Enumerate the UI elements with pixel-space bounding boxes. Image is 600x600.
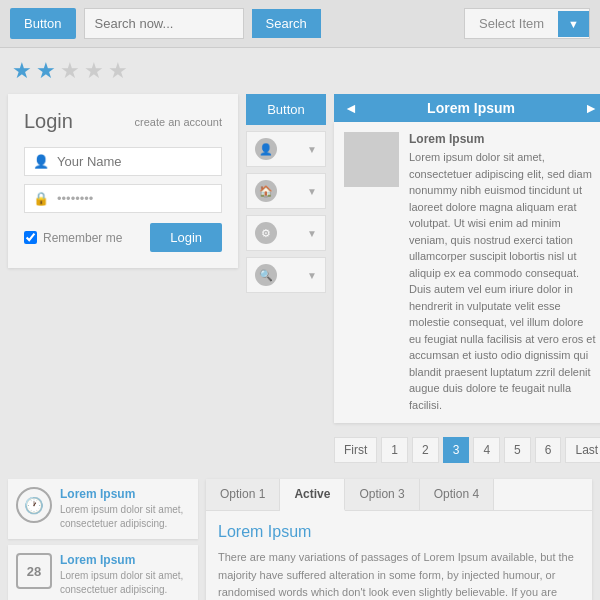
left-panel: Login create an account 👤 🔒 Remember me … xyxy=(8,94,238,465)
lock-icon: 🔒 xyxy=(33,191,49,206)
carousel: ◄ Lorem Ipsum ► Lorem Ipsum Lorem ipsum … xyxy=(334,94,600,423)
star-2[interactable]: ★ xyxy=(36,58,56,84)
list-item-title-1: Lorem Ipsum xyxy=(60,487,190,501)
password-field[interactable]: 🔒 xyxy=(24,184,222,213)
list-item: 28 Lorem Ipsum Lorem ipsum dolor sit ame… xyxy=(8,545,198,600)
login-title: Login xyxy=(24,110,73,133)
select-item-dropdown[interactable]: Select Item ▼ xyxy=(464,8,590,39)
search-row-arrow-icon: ▼ xyxy=(307,270,317,281)
clock-icon: 🕐 xyxy=(16,487,52,523)
carousel-header: ◄ Lorem Ipsum ► xyxy=(334,94,600,122)
tab-content-body: There are many variations of passages of… xyxy=(218,549,580,600)
page-btn-3[interactable]: 3 xyxy=(443,437,470,463)
login-box: Login create an account 👤 🔒 Remember me … xyxy=(8,94,238,268)
bottom-section: 🕐 Lorem Ipsum Lorem ipsum dolor sit amet… xyxy=(0,479,600,600)
page-btn-6[interactable]: 6 xyxy=(535,437,562,463)
login-header: Login create an account xyxy=(24,110,222,133)
icon-row-home[interactable]: 🏠 ▼ xyxy=(246,173,326,209)
home-row-arrow-icon: ▼ xyxy=(307,186,317,197)
main-content: Login create an account 👤 🔒 Remember me … xyxy=(0,94,600,473)
right-panel: ◄ Lorem Ipsum ► Lorem Ipsum Lorem ipsum … xyxy=(334,94,600,465)
username-input[interactable] xyxy=(57,154,213,169)
login-button[interactable]: Login xyxy=(150,223,222,252)
middle-panel: Button 👤 ▼ 🏠 ▼ ⚙ ▼ 🔍 ▼ xyxy=(246,94,326,465)
carousel-thumbnail xyxy=(344,132,399,187)
list-item: 🕐 Lorem Ipsum Lorem ipsum dolor sit amet… xyxy=(8,479,198,539)
top-button[interactable]: Button xyxy=(10,8,76,39)
carousel-content: Lorem Ipsum Lorem ipsum dolor sit amet, … xyxy=(409,132,598,413)
settings-circle-icon: ⚙ xyxy=(255,222,277,244)
bottom-left-list: 🕐 Lorem Ipsum Lorem ipsum dolor sit amet… xyxy=(8,479,198,600)
carousel-content-title: Lorem Ipsum xyxy=(409,132,598,146)
icon-row-user[interactable]: 👤 ▼ xyxy=(246,131,326,167)
tab-paragraph-1: There are many variations of passages of… xyxy=(218,549,580,600)
pagination-first[interactable]: First xyxy=(334,437,377,463)
tab-option1[interactable]: Option 1 xyxy=(206,479,280,510)
star-1[interactable]: ★ xyxy=(12,58,32,84)
star-4[interactable]: ★ xyxy=(84,58,104,84)
user-icon: 👤 xyxy=(33,154,49,169)
carousel-body: Lorem Ipsum Lorem ipsum dolor sit amet, … xyxy=(334,122,600,423)
user-row-arrow-icon: ▼ xyxy=(307,144,317,155)
tab-content: Lorem Ipsum There are many variations of… xyxy=(206,511,592,600)
password-input[interactable] xyxy=(57,191,213,206)
settings-row-arrow-icon: ▼ xyxy=(307,228,317,239)
tab-active[interactable]: Active xyxy=(280,479,345,511)
icon-row-settings[interactable]: ⚙ ▼ xyxy=(246,215,326,251)
home-circle-icon: 🏠 xyxy=(255,180,277,202)
star-3[interactable]: ★ xyxy=(60,58,80,84)
list-item-title-2: Lorem Ipsum xyxy=(60,553,190,567)
page-btn-2[interactable]: 2 xyxy=(412,437,439,463)
carousel-title: Lorem Ipsum xyxy=(427,100,515,116)
remember-row: Remember me Login xyxy=(24,223,222,252)
pagination: First 1 2 3 4 5 6 Last xyxy=(334,429,600,465)
username-field[interactable]: 👤 xyxy=(24,147,222,176)
page-btn-4[interactable]: 4 xyxy=(473,437,500,463)
remember-label-text: Remember me xyxy=(43,231,122,245)
star-5[interactable]: ★ xyxy=(108,58,128,84)
icon-row-search[interactable]: 🔍 ▼ xyxy=(246,257,326,293)
stars-row: ★ ★ ★ ★ ★ xyxy=(0,48,600,94)
create-account-link[interactable]: create an account xyxy=(135,116,222,128)
tab-option3[interactable]: Option 3 xyxy=(345,479,419,510)
tab-content-title: Lorem Ipsum xyxy=(218,523,580,541)
search-button[interactable]: Search xyxy=(252,9,321,38)
calendar-icon: 28 xyxy=(16,553,52,589)
search-input[interactable] xyxy=(84,8,244,39)
pagination-last[interactable]: Last xyxy=(565,437,600,463)
middle-button[interactable]: Button xyxy=(246,94,326,125)
carousel-content-body: Lorem ipsum dolor sit amet, consectetuer… xyxy=(409,149,598,413)
carousel-right-arrow-icon[interactable]: ► xyxy=(584,100,598,116)
page-btn-1[interactable]: 1 xyxy=(381,437,408,463)
list-item-body-2: Lorem ipsum dolor sit amet, consectetuer… xyxy=(60,569,190,597)
tabs-row: Option 1 Active Option 3 Option 4 xyxy=(206,479,592,511)
remember-label[interactable]: Remember me xyxy=(24,231,122,245)
bottom-right-tabs: Option 1 Active Option 3 Option 4 Lorem … xyxy=(206,479,592,600)
top-bar: Button Search Select Item ▼ xyxy=(0,0,600,48)
tab-option4[interactable]: Option 4 xyxy=(420,479,494,510)
remember-checkbox[interactable] xyxy=(24,231,37,244)
page-btn-5[interactable]: 5 xyxy=(504,437,531,463)
select-item-label: Select Item xyxy=(465,9,558,38)
user-circle-icon: 👤 xyxy=(255,138,277,160)
select-item-arrow-icon: ▼ xyxy=(558,11,589,37)
carousel-left-arrow-icon[interactable]: ◄ xyxy=(344,100,358,116)
search-circle-icon: 🔍 xyxy=(255,264,277,286)
list-item-body-1: Lorem ipsum dolor sit amet, consectetuer… xyxy=(60,503,190,531)
